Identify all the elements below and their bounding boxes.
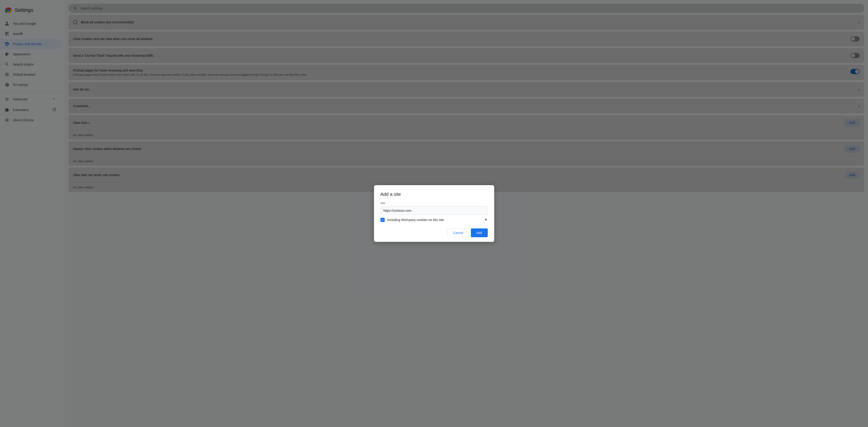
- site-input-container: [380, 206, 488, 215]
- checkbox-label: Including third-party cookies on this si…: [388, 218, 481, 222]
- dialog-actions: Cancel Add: [380, 228, 488, 237]
- dialog-title: Add a site: [380, 192, 488, 197]
- third-party-cookies-checkbox[interactable]: [380, 218, 385, 222]
- site-label: Site: [380, 202, 488, 205]
- dialog-overlay[interactable]: Add a site Site Including third-party co…: [0, 0, 868, 427]
- checkmark-icon: [381, 218, 384, 222]
- checkbox-row: Including third-party cookies on this si…: [380, 216, 488, 224]
- cancel-button[interactable]: Cancel: [447, 228, 469, 237]
- dropdown-arrow-icon[interactable]: ▼: [484, 218, 488, 222]
- add-site-dialog: Add a site Site Including third-party co…: [374, 185, 494, 242]
- add-button[interactable]: Add: [471, 228, 488, 237]
- site-input[interactable]: [381, 206, 488, 215]
